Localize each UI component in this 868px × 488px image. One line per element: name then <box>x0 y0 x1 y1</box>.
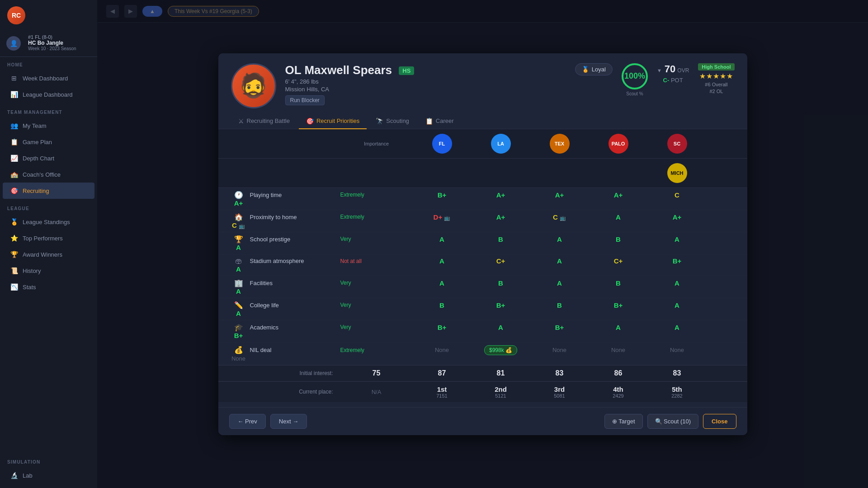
playing-time-fl: B+ <box>413 191 472 199</box>
interest-sc: 86 <box>589 369 648 377</box>
playing-time-importance: Extremely <box>340 192 413 198</box>
recruiting-battle-icon: ⚔ <box>238 117 244 125</box>
tab-career-label: Career <box>436 117 454 124</box>
tab-scouting[interactable]: 🔭 Scouting <box>368 114 416 129</box>
sidebar-item-award-winners[interactable]: 🏆 Award Winners <box>3 246 94 263</box>
playing-time-mich: A+ <box>227 199 250 207</box>
place-sc: 4th 2429 <box>589 385 648 399</box>
stats-label: Stats <box>23 284 36 291</box>
nil-label: NIL deal <box>250 347 340 353</box>
close-button[interactable]: Close <box>703 414 736 429</box>
place-la: 1st 7151 <box>413 385 472 399</box>
sidebar-item-recruiting[interactable]: 🎯 Recruiting <box>3 183 94 199</box>
tab-scouting-label: Scouting <box>386 117 409 124</box>
target-button[interactable]: ⊕ Target <box>604 414 643 429</box>
prestige-label: School prestige <box>250 236 340 243</box>
scout-pct: 100% <box>624 71 645 81</box>
coaches-office-label: Coach's Office <box>23 171 61 178</box>
academics-fl: B+ <box>413 324 472 331</box>
coaches-office-icon: 🏫 <box>10 170 18 178</box>
player-avatar: 🧔 <box>231 63 276 108</box>
college-life-la: B+ <box>472 301 530 309</box>
tab-recruit-priorities[interactable]: 🎯 Recruit Priorities <box>299 114 367 129</box>
academics-tex: B+ <box>530 324 589 331</box>
player-position: OL <box>285 63 302 77</box>
facilities-icon: 🏢 <box>227 279 250 287</box>
prestige-icon: 🏆 <box>227 235 250 244</box>
nil-badge: $998k 💰 <box>484 345 517 355</box>
stadium-fl: A <box>413 257 472 265</box>
prestige-fl: A <box>413 235 472 243</box>
app-logo: RC <box>0 0 97 31</box>
college-life-label: College life <box>250 302 340 309</box>
sidebar-item-lab[interactable]: 🔬 Lab <box>3 467 94 483</box>
academics-sc: A <box>648 324 707 331</box>
stadium-palo: C+ <box>589 257 648 265</box>
playing-time-sc: C <box>648 191 707 199</box>
proximity-icon: 🏠 <box>227 213 250 221</box>
modal-header: 🧔 OL Maxwell Spears HS 6' 4", 286 lbs Mi… <box>218 53 747 108</box>
scout-label: Scout % <box>626 91 643 96</box>
team-section: TEAM MANAGEMENT 👥 My Team 📋 Game Plan 📈 … <box>0 104 97 201</box>
scouting-icon: 🔭 <box>376 117 383 125</box>
sidebar-item-history[interactable]: 📜 History <box>3 263 94 279</box>
sidebar-item-top-performers[interactable]: ⭐ Top Performers <box>3 230 94 246</box>
college-life-palo: B+ <box>589 301 648 309</box>
sidebar-item-week-dashboard[interactable]: ⊞ Week Dashboard <box>3 70 94 86</box>
depth-chart-label: Depth Chart <box>23 155 54 162</box>
game-plan-icon: 📋 <box>10 138 18 146</box>
college-life-fl: B <box>413 301 472 309</box>
league-dashboard-label: League Dashboard <box>23 91 73 98</box>
interest-label: Initial interest: <box>227 370 340 376</box>
place-fl: N/A <box>340 388 413 396</box>
top-performers-label: Top Performers <box>23 235 63 242</box>
facilities-tex: A <box>530 279 589 287</box>
recruiting-icon: 🎯 <box>10 187 18 195</box>
sidebar-item-coaches-office[interactable]: 🏫 Coach's Office <box>3 166 94 183</box>
nil-palo: None <box>589 347 648 353</box>
sidebar-item-league-dashboard[interactable]: 📊 League Dashboard <box>3 86 94 103</box>
home-section: HOME ⊞ Week Dashboard 📊 League Dashboard <box>0 57 97 104</box>
stadium-label: Stadium atmosphere <box>250 258 340 264</box>
school-badge-la: LA <box>491 134 511 154</box>
proximity-tex: C 📺 <box>530 213 589 221</box>
top-performers-icon: ⭐ <box>10 234 18 242</box>
tab-recruiting-battle-label: Recruiting Battle <box>247 117 290 124</box>
sidebar-item-game-plan[interactable]: 📋 Game Plan <box>3 134 94 150</box>
prev-button[interactable]: ← Prev <box>229 414 266 429</box>
avatar: 👤 <box>6 36 21 51</box>
prestige-sc: A <box>648 235 707 243</box>
sidebar: RC 👤 #1 FL (8-0) HC Bo Jangle Week 10 · … <box>0 0 97 488</box>
award-winners-label: Award Winners <box>23 251 62 258</box>
stadium-tex: A <box>530 257 589 265</box>
my-team-icon: 👥 <box>10 122 18 130</box>
player-name: OL Maxwell Spears HS <box>285 63 566 77</box>
tab-career[interactable]: 📋 Career <box>418 114 461 129</box>
sidebar-item-depth-chart[interactable]: 📈 Depth Chart <box>3 150 94 166</box>
modal-footer: ← Prev Next → ⊕ Target 🔍 Scout (10) Clos… <box>218 407 747 435</box>
recruiting-label: Recruiting <box>23 188 49 194</box>
user-rank: #1 FL (8-0) <box>28 34 76 40</box>
scout-button[interactable]: 🔍 Scout (10) <box>647 414 699 429</box>
stadium-mich: A <box>227 265 250 273</box>
stadium-icon: 🏟 <box>227 257 250 265</box>
sidebar-item-my-team[interactable]: 👥 My Team <box>3 117 94 134</box>
place-sc-num: 4th <box>589 385 648 393</box>
place-palo-score: 5081 <box>530 393 589 399</box>
ovr-label: OVR <box>677 67 689 74</box>
academics-icon: 🎓 <box>227 323 250 332</box>
sidebar-item-stats[interactable]: 📉 Stats <box>3 279 94 295</box>
history-label: History <box>23 267 41 274</box>
tab-recruiting-battle[interactable]: ⚔ Recruiting Battle <box>231 114 297 129</box>
lab-label: Lab <box>23 472 33 479</box>
place-fl-value: N/A <box>372 389 382 395</box>
league-dashboard-icon: 📊 <box>10 90 18 99</box>
table-header: Importance FL LA TEX PALO SC <box>218 129 747 159</box>
footer-left: ← Prev Next → <box>229 414 307 429</box>
sidebar-item-league-standings[interactable]: 🏅 League Standings <box>3 214 94 230</box>
table-row: 💰 NIL deal Extremely None $998k 💰 None N… <box>218 343 747 365</box>
prestige-importance: Very <box>340 236 413 242</box>
home-section-label: HOME <box>0 62 97 70</box>
next-button[interactable]: Next → <box>270 414 307 429</box>
initial-interest-row: Initial interest: 75 87 81 83 86 83 <box>218 366 747 381</box>
